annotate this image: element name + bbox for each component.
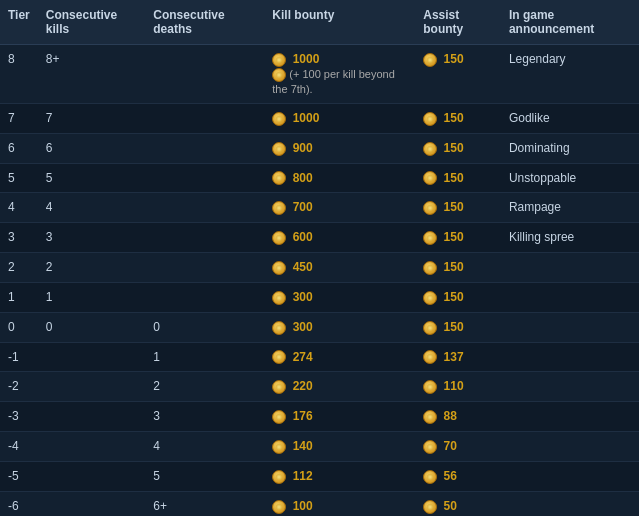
cell-tier: -3 (0, 402, 38, 432)
cell-kill-bounty: 140 (264, 432, 415, 462)
cell-tier: 6 (0, 133, 38, 163)
coin-icon (272, 500, 286, 514)
cell-kill-bounty: 700 (264, 193, 415, 223)
cell-consec-kills: 0 (38, 312, 145, 342)
cell-kill-bounty: 1000(+ 100 per kill beyond the 7th). (264, 45, 415, 104)
coin-icon (272, 291, 286, 305)
coin-icon (423, 53, 437, 67)
coin-icon (423, 380, 437, 394)
cell-kill-bounty: 900 (264, 133, 415, 163)
table-row: 77 1000 150Godlike (0, 103, 639, 133)
coin-icon (423, 500, 437, 514)
cell-tier: -6 (0, 491, 38, 516)
cell-assist-bounty: 150 (415, 163, 501, 193)
table-row: -66+ 100 50 (0, 491, 639, 516)
cell-announcement (501, 312, 639, 342)
cell-assist-bounty: 150 (415, 282, 501, 312)
coin-icon (423, 201, 437, 215)
cell-consec-deaths (145, 163, 264, 193)
cell-announcement (501, 491, 639, 516)
coin-icon (272, 142, 286, 156)
cell-tier: 4 (0, 193, 38, 223)
table-row: 11 300 150 (0, 282, 639, 312)
coin-icon (272, 171, 286, 185)
cell-assist-bounty: 150 (415, 223, 501, 253)
coin-icon (272, 112, 286, 126)
coin-icon (272, 261, 286, 275)
cell-consec-kills (38, 461, 145, 491)
cell-kill-bounty: 600 (264, 223, 415, 253)
cell-tier: 5 (0, 163, 38, 193)
cell-tier: 3 (0, 223, 38, 253)
cell-consec-deaths: 1 (145, 342, 264, 372)
coin-icon (423, 261, 437, 275)
coin-icon (272, 440, 286, 454)
kill-bounty-note: (+ 100 per kill beyond the 7th). (272, 68, 394, 95)
coin-icon (423, 350, 437, 364)
table-row: -11 274 137 (0, 342, 639, 372)
cell-tier: 8 (0, 45, 38, 104)
cell-consec-deaths: 0 (145, 312, 264, 342)
table-row: 88+ 1000(+ 100 per kill beyond the 7th).… (0, 45, 639, 104)
cell-assist-bounty: 88 (415, 402, 501, 432)
cell-assist-bounty: 150 (415, 133, 501, 163)
cell-announcement (501, 253, 639, 283)
table-row: -22 220 110 (0, 372, 639, 402)
cell-consec-deaths: 2 (145, 372, 264, 402)
coin-icon (423, 112, 437, 126)
cell-consec-kills: 7 (38, 103, 145, 133)
cell-consec-deaths (145, 103, 264, 133)
cell-announcement (501, 461, 639, 491)
cell-assist-bounty: 150 (415, 45, 501, 104)
table-row: 33 600 150Killing spree (0, 223, 639, 253)
cell-assist-bounty: 56 (415, 461, 501, 491)
cell-consec-deaths (145, 193, 264, 223)
cell-kill-bounty: 274 (264, 342, 415, 372)
coin-icon (423, 231, 437, 245)
cell-consec-deaths (145, 282, 264, 312)
cell-tier: 7 (0, 103, 38, 133)
cell-announcement (501, 402, 639, 432)
cell-announcement: Godlike (501, 103, 639, 133)
cell-consec-kills: 8+ (38, 45, 145, 104)
header-assist-bounty: Assist bounty (415, 0, 501, 45)
cell-tier: 0 (0, 312, 38, 342)
cell-consec-deaths: 3 (145, 402, 264, 432)
cell-kill-bounty: 450 (264, 253, 415, 283)
cell-consec-kills: 4 (38, 193, 145, 223)
header-consec-deaths: Consecutive deaths (145, 0, 264, 45)
coin-icon (272, 53, 286, 67)
cell-consec-kills: 3 (38, 223, 145, 253)
coin-icon (423, 321, 437, 335)
cell-assist-bounty: 150 (415, 253, 501, 283)
table-row: 000 300 150 (0, 312, 639, 342)
coin-icon (423, 440, 437, 454)
cell-tier: -2 (0, 372, 38, 402)
cell-announcement: Rampage (501, 193, 639, 223)
cell-tier: 2 (0, 253, 38, 283)
header-kill-bounty: Kill bounty (264, 0, 415, 45)
coin-icon (423, 291, 437, 305)
table-row: -55 112 56 (0, 461, 639, 491)
coin-icon (423, 470, 437, 484)
cell-consec-kills (38, 402, 145, 432)
cell-kill-bounty: 112 (264, 461, 415, 491)
cell-announcement: Legendary (501, 45, 639, 104)
cell-kill-bounty: 100 (264, 491, 415, 516)
table-row: 55 800 150Unstoppable (0, 163, 639, 193)
coin-icon (423, 142, 437, 156)
cell-kill-bounty: 300 (264, 312, 415, 342)
cell-tier: -1 (0, 342, 38, 372)
table-row: 44 700 150Rampage (0, 193, 639, 223)
cell-announcement: Unstoppable (501, 163, 639, 193)
cell-consec-kills (38, 432, 145, 462)
cell-consec-kills: 1 (38, 282, 145, 312)
cell-consec-kills (38, 342, 145, 372)
header-consec-kills: Consecutive kills (38, 0, 145, 45)
header-announcement: In game announcement (501, 0, 639, 45)
cell-consec-deaths (145, 223, 264, 253)
bounty-table: Tier Consecutive kills Consecutive death… (0, 0, 639, 516)
cell-consec-kills: 2 (38, 253, 145, 283)
cell-assist-bounty: 150 (415, 193, 501, 223)
cell-announcement: Killing spree (501, 223, 639, 253)
